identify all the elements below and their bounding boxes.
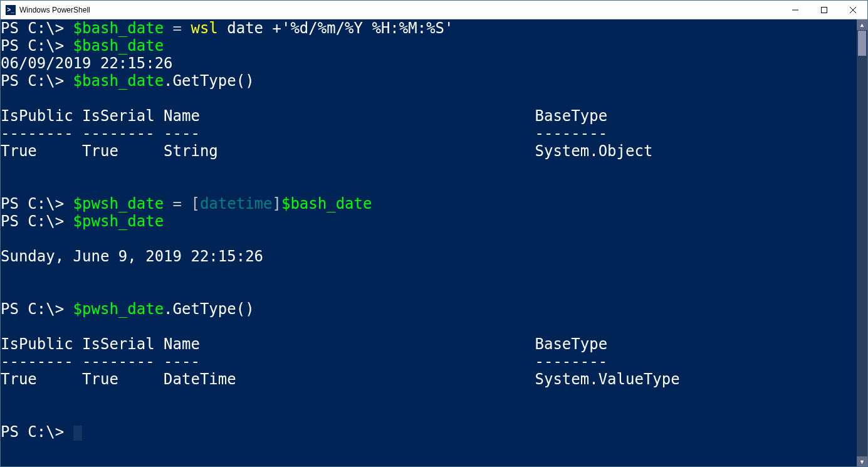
terminal-text: date [218, 19, 273, 37]
terminal-text: PS C:\> [1, 423, 73, 441]
terminal-text: $bash_date [281, 195, 372, 213]
terminal-line: -------- -------- ---- -------- [1, 353, 857, 370]
terminal-text: $bash_date [73, 37, 164, 55]
terminal-text: -------- -------- ---- -------- [1, 353, 607, 370]
terminal-line: PS C:\> $bash_date [1, 37, 857, 55]
terminal-text: PS C:\> [1, 300, 73, 318]
terminal-line: 06/09/2019 22:15:26 [1, 55, 857, 72]
terminal-text: PS C:\> [1, 19, 73, 37]
terminal-line: IsPublic IsSerial Name BaseType [1, 107, 857, 125]
terminal-line [1, 265, 857, 283]
terminal-line [1, 160, 857, 177]
terminal-line [1, 283, 857, 300]
terminal-text: True True DateTime System.ValueType [1, 370, 680, 388]
terminal-text: = [164, 19, 191, 37]
terminal-text: datetime [200, 195, 273, 213]
scroll-thumb[interactable] [858, 31, 866, 56]
terminal-text: $pwsh_date [73, 300, 164, 318]
terminal-line: -------- -------- ---- -------- [1, 125, 857, 142]
terminal-text: PS C:\> [1, 72, 73, 90]
scrollbar[interactable]: ▲ ▼ [857, 19, 867, 467]
terminal-text: [ [191, 195, 199, 213]
terminal-text: +'%d/%m/%Y %H:%M:%S' [273, 19, 454, 37]
terminal-text: Sunday, June 9, 2019 22:15:26 [1, 248, 263, 265]
terminal-text: $bash_date [73, 19, 164, 37]
terminal-output[interactable]: PS C:\> $bash_date = wsl date +'%d/%m/%Y… [1, 19, 857, 467]
terminal-text: $pwsh_date [73, 213, 164, 230]
terminal-line: PS C:\> $pwsh_date.GetType() [1, 300, 857, 318]
terminal-line: PS C:\> [1, 423, 857, 441]
terminal-text: .GetType() [164, 72, 254, 90]
maximize-button[interactable] [810, 1, 839, 19]
terminal-line: Sunday, June 9, 2019 22:15:26 [1, 248, 857, 265]
terminal-line [1, 318, 857, 335]
terminal-text: PS C:\> [1, 195, 73, 213]
terminal-line [1, 90, 857, 107]
window-title: Windows PowerShell [19, 6, 90, 14]
terminal-text: ] [273, 195, 281, 213]
terminal-line: True True String System.Object [1, 142, 857, 160]
terminal-line [1, 177, 857, 195]
terminal-line: PS C:\> $bash_date.GetType() [1, 72, 857, 90]
terminal-line: PS C:\> $pwsh_date = [datetime]$bash_dat… [1, 195, 857, 213]
minimize-button[interactable] [781, 1, 810, 19]
terminal-line: PS C:\> $bash_date = wsl date +'%d/%m/%Y… [1, 19, 857, 37]
cursor [73, 426, 82, 441]
terminal-text: 06/09/2019 22:15:26 [1, 55, 173, 72]
terminal-line: PS C:\> $pwsh_date [1, 213, 857, 230]
terminal-line [1, 230, 857, 248]
terminal-text: $pwsh_date [73, 195, 164, 213]
terminal-text: PS C:\> [1, 213, 73, 230]
terminal-text: .GetType() [164, 300, 254, 318]
terminal-line: IsPublic IsSerial Name BaseType [1, 335, 857, 353]
terminal-line [1, 406, 857, 423]
terminal-text: PS C:\> [1, 37, 73, 55]
terminal-text: wsl [191, 19, 217, 37]
terminal-line: True True DateTime System.ValueType [1, 370, 857, 388]
terminal-text: IsPublic IsSerial Name BaseType [1, 107, 607, 125]
scroll-up-button[interactable]: ▲ [857, 19, 867, 30]
scroll-down-button[interactable]: ▼ [857, 456, 867, 467]
close-button[interactable] [839, 1, 867, 19]
terminal-area[interactable]: PS C:\> $bash_date = wsl date +'%d/%m/%Y… [1, 19, 867, 467]
svg-rect-0 [822, 7, 827, 13]
terminal-text: $bash_date [73, 72, 164, 90]
terminal-text: True True String System.Object [1, 142, 652, 160]
terminal-text: IsPublic IsSerial Name BaseType [1, 335, 607, 353]
powershell-icon: >_ [6, 5, 16, 15]
terminal-text: = [164, 195, 191, 213]
titlebar[interactable]: >_ Windows PowerShell [1, 1, 867, 19]
terminal-line [1, 388, 857, 406]
terminal-text: -------- -------- ---- -------- [1, 125, 607, 142]
